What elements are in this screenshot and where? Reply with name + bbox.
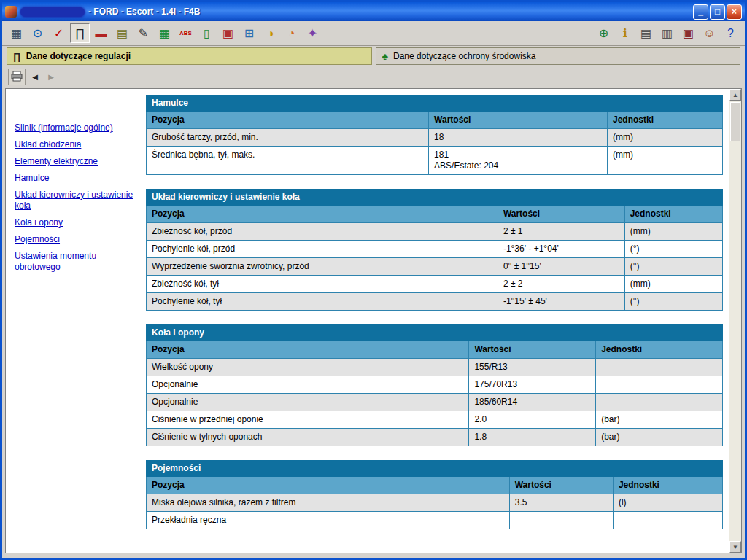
ignition-button[interactable]: ✦ <box>303 23 322 43</box>
search-icon: ⊙ <box>33 28 42 39</box>
table-cell: Grubość tarczy, przód, min. <box>147 129 429 147</box>
vehicle-selection-button[interactable]: ▦ <box>7 23 26 43</box>
column-header: Jednostki <box>624 206 722 223</box>
door-panel-button[interactable]: ▯ <box>197 23 217 43</box>
print-toolbar: ◀ ▶ <box>2 66 745 87</box>
scrollbar-track[interactable] <box>729 101 741 541</box>
table-cell: 0° ± 1°15' <box>498 258 624 276</box>
info-button[interactable]: ℹ <box>615 23 635 43</box>
search-button[interactable]: ⊙ <box>28 23 47 43</box>
nav-back-button[interactable]: ◀ <box>28 69 42 84</box>
windows-icon: ⊞ <box>244 28 254 39</box>
help-button[interactable]: ? <box>721 23 740 43</box>
scroll-down-button[interactable]: ▼ <box>729 541 741 553</box>
sidebar-item-7[interactable]: Ustawienia momentu obrotowego <box>15 251 137 273</box>
table-cell: 185/60R14 <box>469 394 596 411</box>
toolbar-right-group: ⊕ℹ▤▥▣☺? <box>594 23 740 43</box>
table-row: Zbieżność kół, tył2 ± 2(mm) <box>147 276 723 293</box>
application-window: - FORD - Escort - 1.4i - F4B _□× ▦⊙✓∏▬▤✎… <box>0 0 747 560</box>
close-button[interactable]: × <box>727 4 742 20</box>
sidebar-item-4[interactable]: Układ kierowniczy i ustawienie koła <box>15 190 137 211</box>
table-cell: (bar) <box>596 411 723 429</box>
main-toolbar: ▦⊙✓∏▬▤✎▦ABS▯▣⊞◑◔✦ ⊕ℹ▤▥▣☺? <box>2 21 745 46</box>
toolbox-button[interactable]: ▬ <box>91 23 111 43</box>
minimize-button[interactable]: _ <box>693 4 708 20</box>
table-cell: (bar) <box>596 429 723 446</box>
printer-icon <box>11 71 23 82</box>
data-table-3: PojemnościPozycjaWartościJednostkiMiska … <box>146 460 723 529</box>
wheel-button[interactable]: ◑ <box>260 23 280 43</box>
abs-button[interactable]: ABS <box>176 23 196 43</box>
table-cell: -1°36' - +1°04' <box>498 241 624 258</box>
column-header: Pozycja <box>147 206 498 223</box>
sidebar-item-3[interactable]: Hamulce <box>15 173 137 184</box>
window-title: - FORD - Escort - 1.4i - F4B <box>88 7 689 17</box>
save-button[interactable]: ▣ <box>678 23 698 43</box>
table-cell <box>596 359 723 376</box>
help-icon: ? <box>727 28 734 39</box>
tab-bar: ∏ Dane dotyczące regulacji ♣ Dane dotycz… <box>2 46 745 66</box>
monitor-button[interactable]: ▣ <box>218 23 238 43</box>
windows-button[interactable]: ⊞ <box>239 23 259 43</box>
table-row: Wyprzedzenie sworznia zwrotnicy, przód0°… <box>147 258 723 276</box>
gauge-button[interactable]: ◔ <box>282 23 301 43</box>
checklist-button[interactable]: ✓ <box>49 23 69 43</box>
table-cell: 18 <box>429 129 608 147</box>
print-button[interactable] <box>8 69 26 85</box>
calipers-button[interactable]: ∏ <box>70 23 90 43</box>
door-panel-icon: ▯ <box>204 28 210 39</box>
column-header: Jednostki <box>607 112 722 129</box>
table-cell: Wielkość opony <box>147 359 469 376</box>
table-header-row: PozycjaWartościJednostki <box>147 206 723 223</box>
ruler-button[interactable]: ▤ <box>112 23 132 43</box>
sidebar-item-2[interactable]: Elementy elektryczne <box>15 156 137 167</box>
table-cell: Pochylenie kół, tył <box>147 293 498 311</box>
table-row: Pochylenie kół, przód-1°36' - +1°04'(°) <box>147 241 723 258</box>
book-button[interactable]: ▥ <box>657 23 677 43</box>
monitor-icon: ▣ <box>222 28 233 39</box>
pencil-button[interactable]: ✎ <box>133 23 153 43</box>
toolbar-left-group: ▦⊙✓∏▬▤✎▦ABS▯▣⊞◑◔✦ <box>7 23 322 43</box>
sidebar-item-5[interactable]: Koła i opony <box>15 217 137 228</box>
close-icon: × <box>732 7 737 17</box>
sidebar-item-6[interactable]: Pojemności <box>15 234 137 245</box>
sidebar-item-1[interactable]: Układ chłodzenia <box>15 139 137 150</box>
globe-button[interactable]: ⊕ <box>594 23 614 43</box>
table-cell: (mm) <box>624 276 722 293</box>
scroll-up-button[interactable]: ▲ <box>729 89 741 101</box>
window-controls: _□× <box>693 4 742 20</box>
table-row: Pochylenie kół, tył-1°15' ± 45'(°) <box>147 293 723 311</box>
tab-environment-data[interactable]: ♣ Dane dotyczące ochrony środowiska <box>376 47 741 65</box>
notes-button[interactable]: ▤ <box>636 23 656 43</box>
table-header-row: PozycjaWartościJednostki <box>147 341 723 359</box>
table-cell: Opcjonalnie <box>147 394 469 411</box>
table-cell: 2 ± 1 <box>498 223 624 241</box>
scroll-down-icon: ▼ <box>732 544 738 551</box>
table-title-row: Układ kierowniczy i ustawienie koła <box>147 190 723 206</box>
vertical-scrollbar[interactable]: ▲ ▼ <box>729 89 741 553</box>
table-cell <box>613 512 722 529</box>
back-arrow-icon: ◀ <box>32 73 38 81</box>
title-bar: - FORD - Escort - 1.4i - F4B _□× <box>2 2 745 21</box>
diagram-icon: ▦ <box>159 28 170 39</box>
diagram-button[interactable]: ▦ <box>155 23 174 43</box>
table-cell: (mm) <box>624 223 722 241</box>
scrollbar-thumb[interactable] <box>730 102 740 141</box>
tab-regulation-data[interactable]: ∏ Dane dotyczące regulacji <box>7 47 372 65</box>
globe-icon: ⊕ <box>599 28 608 39</box>
table-cell: Średnica bębna, tył, maks. <box>147 147 429 175</box>
table-title: Hamulce <box>147 96 723 112</box>
vehicle-selection-icon: ▦ <box>11 28 22 39</box>
wheel-icon: ◑ <box>267 28 274 39</box>
table-cell: 2 ± 2 <box>498 276 624 293</box>
nav-forward-button[interactable]: ▶ <box>44 69 58 84</box>
user-button[interactable]: ☺ <box>700 23 719 43</box>
sidebar-item-0[interactable]: Silnik (informacje ogólne) <box>15 122 137 133</box>
maximize-button[interactable]: □ <box>710 4 725 20</box>
save-icon: ▣ <box>683 28 694 39</box>
table-cell: Ciśnienie w tylnych oponach <box>147 429 469 446</box>
info-icon: ℹ <box>622 28 627 39</box>
table-row: Miska olejowa silnika, razem z filtrem3.… <box>147 494 723 512</box>
data-table-0: HamulcePozycjaWartościJednostkiGrubość t… <box>146 95 723 175</box>
gauge-icon: ◔ <box>288 28 295 39</box>
